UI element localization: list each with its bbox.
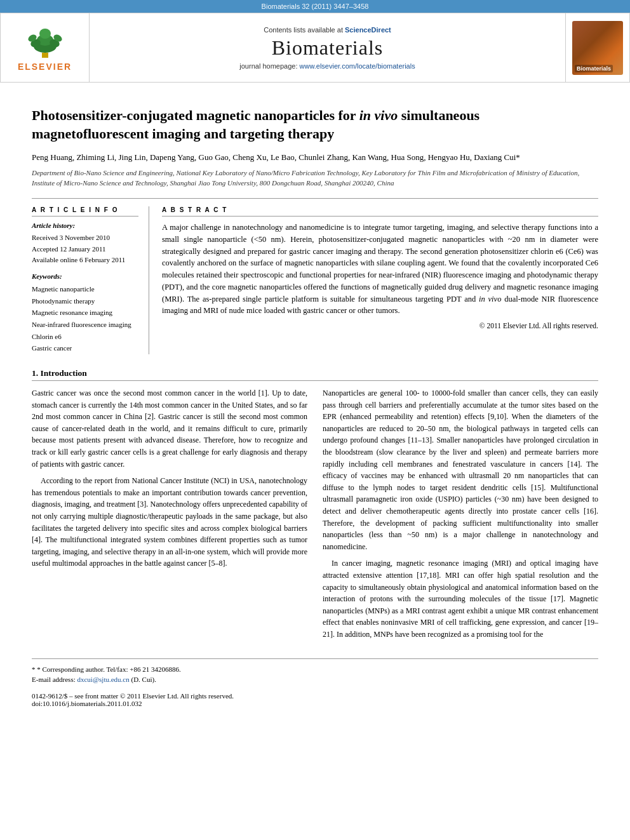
introduction-section: 1. Introduction Gastric cancer was once … [32, 368, 598, 645]
intro-heading: 1. Introduction [32, 368, 598, 381]
main-content: Photosensitizer-conjugated magnetic nano… [0, 83, 630, 720]
journal-homepage-line: journal homepage: www.elsevier.com/locat… [239, 62, 415, 70]
intro-para-3: Nanoparticles are general 100- to 10000-… [323, 387, 598, 552]
svg-point-3 [39, 29, 51, 39]
biomaterials-logo: Biomaterials [572, 21, 623, 75]
citation-bar: Biomaterials 32 (2011) 3447–3458 [0, 0, 630, 13]
abstract-text: A major challenge in nanotechnology and … [162, 222, 598, 317]
biomaterials-logo-text: Biomaterials [575, 65, 613, 72]
authors: Peng Huang, Zhiming Li, Jing Lin, Dapeng… [32, 152, 598, 163]
intro-col-right: Nanoparticles are general 100- to 10000-… [323, 387, 598, 645]
keyword-3: Magnetic resonance imaging [32, 307, 138, 319]
journal-header: ELSEVIER Contents lists available at Sci… [0, 13, 630, 83]
keyword-6: Gastric cancer [32, 342, 138, 354]
science-direct-link[interactable]: ScienceDirect [345, 26, 391, 34]
keyword-4: Near-infrared fluorescence imaging [32, 319, 138, 331]
svg-rect-0 [42, 53, 48, 58]
intro-para-2: According to the report from National Ca… [32, 475, 307, 570]
elsevier-logo: ELSEVIER [18, 24, 72, 72]
accepted-date: Accepted 12 January 2011 [32, 244, 138, 255]
journal-logo-area: Biomaterials [566, 13, 629, 82]
history-label: Article history: [32, 222, 138, 229]
science-direct-line: Contents lists available at ScienceDirec… [264, 26, 391, 34]
article-title: Photosensitizer-conjugated magnetic nano… [32, 107, 598, 143]
article-info-col: A R T I C L E I N F O Article history: R… [32, 206, 149, 354]
journal-name: Biomaterials [272, 36, 384, 60]
intro-body: Gastric cancer was once the second most … [32, 387, 598, 645]
citation-text: Biomaterials 32 (2011) 3447–3458 [262, 3, 369, 10]
footer: * * Corresponding author. Tel/fax: +86 2… [32, 658, 598, 707]
intro-para-4: In cancer imaging, magnetic resonance im… [323, 557, 598, 640]
intro-para-1: Gastric cancer was once the second most … [32, 387, 307, 470]
abstract-label: A B S T R A C T [162, 206, 598, 217]
article-info-abstract: A R T I C L E I N F O Article history: R… [32, 206, 598, 354]
elsevier-tree-icon [23, 24, 67, 59]
email-link[interactable]: dxcui@sjtu.edu.cn [77, 676, 129, 683]
copyright: © 2011 Elsevier Ltd. All rights reserved… [162, 322, 598, 330]
corresponding-author: * * Corresponding author. Tel/fax: +86 2… [32, 665, 598, 673]
intro-col-left: Gastric cancer was once the second most … [32, 387, 307, 645]
elsevier-logo-area: ELSEVIER [1, 13, 90, 82]
elsevier-text: ELSEVIER [18, 62, 72, 72]
available-date: Available online 6 February 2011 [32, 255, 138, 266]
divider-1 [32, 198, 598, 199]
keyword-2: Photodynamic therapy [32, 295, 138, 307]
affiliation: Department of Bio-Nano Science and Engin… [32, 168, 598, 188]
abstract-col: A B S T R A C T A major challenge in nan… [162, 206, 598, 354]
email-line: E-mail address: dxcui@sjtu.edu.cn (D. Cu… [32, 676, 598, 683]
keyword-5: Chlorin e6 [32, 331, 138, 343]
issn-line: 0142-9612/$ – see front matter © 2011 El… [32, 692, 598, 707]
keyword-1: Magnetic nanoparticle [32, 283, 138, 295]
journal-title-area: Contents lists available at ScienceDirec… [90, 13, 566, 82]
journal-homepage-url[interactable]: www.elsevier.com/locate/biomaterials [300, 62, 415, 70]
keywords-label: Keywords: [32, 272, 138, 280]
received-date: Received 3 November 2010 [32, 232, 138, 244]
article-info-label: A R T I C L E I N F O [32, 206, 138, 217]
